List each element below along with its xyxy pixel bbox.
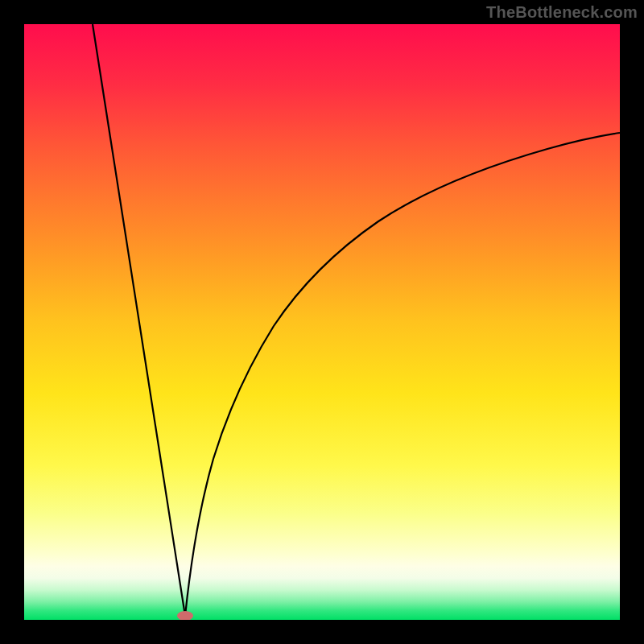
curve-left-branch: [93, 24, 185, 616]
watermark-text: TheBottleneck.com: [486, 3, 638, 22]
plot-area: [24, 24, 620, 620]
min-marker: [177, 611, 193, 620]
curve-layer: [24, 24, 620, 620]
chart-frame: TheBottleneck.com: [0, 0, 644, 644]
curve-right-branch: [185, 133, 620, 616]
